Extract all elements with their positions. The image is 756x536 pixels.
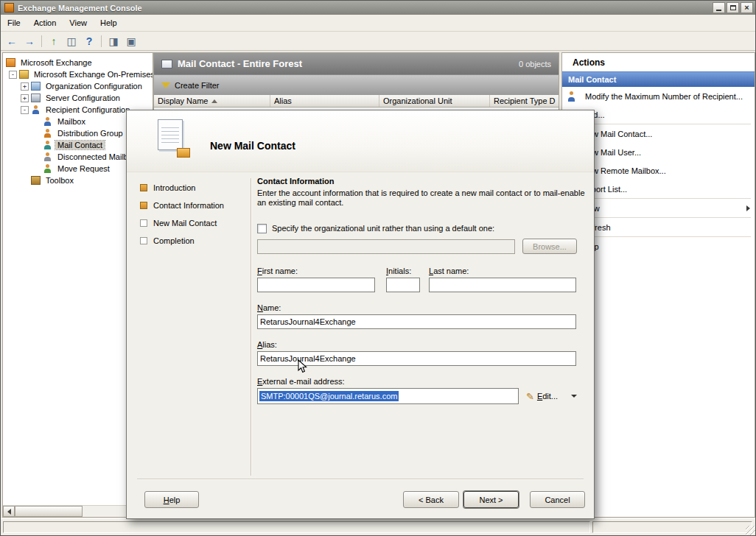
titlebar: Exchange Management Console × [1, 1, 755, 15]
new-window-icon[interactable] [123, 34, 139, 49]
help-button[interactable]: Help [144, 491, 199, 508]
mail-contact-banner-icon [161, 60, 172, 68]
list-column-headers: Display Name Alias Organizational Unit R… [154, 95, 559, 107]
page-description: Enter the account information that is re… [257, 188, 585, 208]
restore-icon [730, 5, 736, 10]
wizard-divider [251, 178, 251, 476]
menu-help[interactable]: Help [94, 15, 124, 30]
filter-funnel-icon [161, 82, 170, 88]
toolbar [1, 32, 755, 51]
expand-expander-icon[interactable]: + [21, 94, 29, 102]
object-count: 0 objects [519, 60, 551, 68]
show-action-pane-icon[interactable] [105, 34, 122, 49]
result-pane-banner: Mail Contact - Entire Forest 0 objects [154, 53, 559, 74]
move-request-icon [43, 164, 52, 173]
browse-button: Browse... [522, 239, 577, 254]
wizard-header: New Mail Contact [127, 110, 594, 172]
back-button[interactable]: < Back [403, 491, 459, 508]
next-button[interactable]: Next > [463, 491, 519, 508]
show-console-tree-icon[interactable] [63, 34, 80, 49]
initials-field[interactable] [386, 278, 420, 292]
up-one-level-icon[interactable] [46, 34, 62, 49]
cancel-button[interactable]: Cancel [530, 491, 585, 508]
sort-ascending-icon [211, 99, 217, 103]
first-name-field[interactable] [257, 278, 375, 292]
ou-checkbox[interactable] [257, 224, 267, 233]
help-icon[interactable] [81, 34, 97, 49]
menubar: File Action View Help [1, 15, 755, 32]
scrollbar-thumb[interactable] [15, 506, 83, 517]
forward-icon[interactable] [21, 34, 38, 49]
toolbar-separator [41, 35, 42, 47]
mailbox-icon [43, 117, 52, 126]
step-pending-icon [140, 237, 147, 244]
selected-email-text: SMTP:00001QS@journal.retarus.com [259, 391, 399, 401]
initials-label: Initials: [386, 267, 420, 275]
tree-item-on-premises[interactable]: - Microsoft Exchange On-Premises [3, 68, 153, 80]
back-icon[interactable] [4, 34, 20, 49]
tree-item-server-configuration[interactable]: + Server Configuration [3, 92, 153, 104]
window-title: Exchange Management Console [18, 4, 142, 13]
actions-pane-title: Actions [562, 53, 755, 71]
mouse-cursor [298, 359, 307, 374]
tree-item-organization-configuration[interactable]: + Organization Configuration [3, 80, 153, 92]
step-contact-information: Contact Information [140, 201, 248, 211]
exchange-org-icon [19, 70, 29, 79]
toolbox-icon [31, 176, 41, 185]
external-email-label: External e-mail address: [257, 377, 585, 386]
action-modify-max-recipients[interactable]: Modify the Maximum Number of Recipient..… [562, 87, 755, 105]
column-display-name[interactable]: Display Name [154, 95, 270, 107]
wizard-step-list: Introduction Contact Information New Mai… [140, 183, 248, 254]
filter-bar: Create Filter [154, 74, 559, 95]
exchange-management-console-window: Exchange Management Console × File Actio… [0, 0, 756, 536]
new-mail-contact-wizard: New Mail Contact Introduction Contact In… [126, 110, 595, 519]
organization-icon [31, 82, 41, 91]
new-mail-contact-wizard-icon [149, 119, 190, 158]
pencil-icon: ✎ [526, 392, 534, 401]
last-name-label: Last name: [429, 267, 576, 275]
column-alias[interactable]: Alias [270, 95, 379, 107]
menu-action[interactable]: Action [27, 15, 63, 30]
app-icon [4, 3, 14, 13]
step-new-mail-contact: New Mail Contact [140, 219, 248, 228]
server-icon [31, 94, 41, 102]
create-filter-button[interactable]: Create Filter [175, 81, 220, 90]
minimize-button[interactable] [713, 2, 725, 13]
wizard-page-content: Contact Information Enter the account in… [257, 177, 585, 415]
column-recipient-type-details[interactable]: Recipient Type D [490, 95, 559, 107]
minimize-icon [716, 5, 721, 11]
close-icon: × [744, 4, 749, 12]
name-label: Name: [257, 303, 576, 312]
toolbar-separator [101, 35, 102, 47]
expand-expander-icon[interactable]: + [21, 82, 29, 91]
step-introduction: Introduction [140, 183, 248, 193]
collapse-expander-icon[interactable]: - [9, 71, 17, 79]
close-button[interactable]: × [741, 2, 753, 13]
first-name-label: First name: [257, 267, 375, 275]
edit-email-button[interactable]: ✎ Edit... [526, 392, 558, 401]
resize-grip[interactable] [746, 526, 755, 535]
collapse-expander-icon[interactable]: - [21, 106, 29, 114]
status-cell-right [592, 521, 752, 533]
column-organizational-unit[interactable]: Organizational Unit [379, 95, 490, 107]
last-name-field[interactable] [429, 278, 576, 292]
ou-input [257, 239, 515, 254]
tree-item-microsoft-exchange[interactable]: Microsoft Exchange [3, 57, 153, 68]
statusbar [1, 518, 755, 535]
menu-view[interactable]: View [63, 15, 94, 30]
modify-recipients-icon [567, 91, 578, 102]
step-current-icon [140, 202, 147, 209]
menu-file[interactable]: File [1, 15, 27, 30]
external-email-field[interactable]: SMTP:00001QS@journal.retarus.com [257, 388, 519, 404]
scroll-left-icon[interactable] [3, 506, 15, 517]
edit-dropdown-arrow-icon[interactable] [571, 395, 577, 398]
wizard-footer: Help < Back Next > Cancel [137, 490, 584, 508]
disconnected-mailbox-icon [43, 152, 52, 161]
actions-group-header[interactable]: Mail Contact [562, 71, 755, 87]
restore-button[interactable] [727, 2, 739, 13]
wizard-title: New Mail Contact [210, 140, 295, 152]
step-complete-icon [140, 184, 147, 191]
mail-contact-icon [43, 141, 52, 149]
name-field[interactable] [257, 314, 576, 329]
wizard-footer-separator [137, 479, 584, 480]
